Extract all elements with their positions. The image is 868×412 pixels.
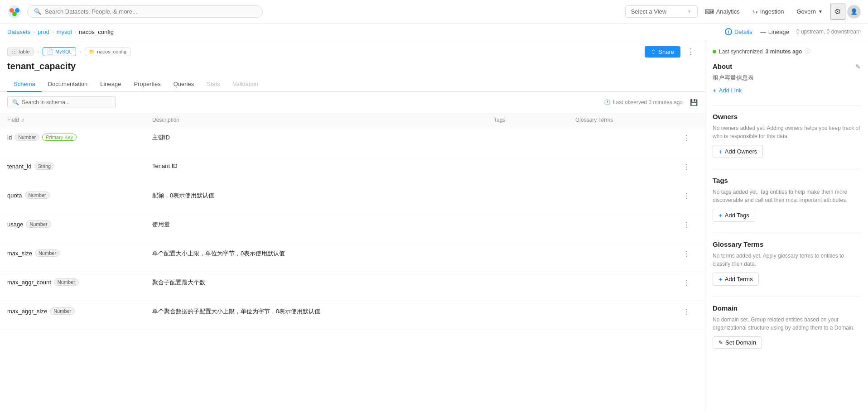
domain-empty-text: No domain set. Group related entities ba… [713, 316, 861, 332]
search-bar[interactable]: 🔍 [27, 5, 263, 18]
breadcrumb-mysql[interactable]: mysql [57, 29, 72, 35]
description-cell: 使用量 [152, 220, 494, 229]
actions-cell: ⋮ [675, 134, 698, 142]
analytics-button[interactable]: ⌨ Analytics [699, 5, 745, 18]
ingestion-button[interactable]: ↪ Ingestion [747, 5, 790, 18]
add-link-button[interactable]: + Add Link [713, 86, 742, 94]
owners-header: Owners [713, 113, 861, 120]
add-owners-button[interactable]: + Add Owners [713, 145, 763, 158]
row-menu-button[interactable]: ⋮ [681, 249, 692, 258]
col-description: Description [152, 117, 494, 123]
breadcrumb-actions: i Details ⸻ Lineage 0 upstream, 0 downst… [725, 28, 861, 35]
description-cell: 单个配置大小上限，单位为字节，0表示使用默认值 [152, 249, 494, 258]
logo-icon[interactable] [7, 5, 22, 19]
row-menu-button[interactable]: ⋮ [681, 307, 692, 316]
tags-section: Tags No tags added yet. Tag entities to … [713, 177, 861, 222]
breadcrumb-datasets[interactable]: Datasets [7, 29, 30, 35]
breadcrumb-prod[interactable]: prod [38, 29, 49, 35]
sort-icon: ⇵ [21, 118, 24, 123]
tab-queries[interactable]: Queries [167, 77, 201, 92]
type-badge: Number [54, 278, 79, 286]
set-domain-button[interactable]: ✎ Set Domain [713, 336, 762, 349]
govern-label: Govern [796, 8, 816, 15]
settings-button[interactable]: ⚙ [830, 4, 845, 19]
tab-schema[interactable]: Schema [7, 77, 42, 92]
table-row: max_aggr_size Number 单个聚合数据的子配置大小上限，单位为字… [0, 301, 705, 330]
actions-cell: ⋮ [675, 249, 698, 258]
actions-cell: ⋮ [675, 278, 698, 287]
sync-indicator [713, 50, 716, 53]
mysql-icon: 📄 [47, 48, 53, 55]
add-tags-button[interactable]: + Add Tags [713, 209, 755, 222]
description-cell: 聚合子配置最大个数 [152, 278, 494, 287]
panel-divider-4 [713, 297, 861, 297]
table-tag[interactable]: ☷ Table [7, 48, 34, 56]
col-glossary: Glossary Terms [575, 117, 675, 123]
breadcrumb-arrow-2: › [80, 49, 82, 54]
more-options-button[interactable]: ⋮ [684, 46, 698, 57]
actions-cell: ⋮ [675, 192, 698, 200]
plus-icon: + [713, 86, 717, 94]
edit-icon[interactable]: ✎ [855, 63, 861, 70]
field-name: max_aggr_count [7, 279, 51, 286]
mysql-tag[interactable]: 📄 MySQL [43, 47, 76, 56]
field-name: tenant_id [7, 163, 32, 170]
panel-divider-1 [713, 105, 861, 105]
details-button[interactable]: i Details [725, 28, 752, 35]
schema-search-input[interactable] [22, 99, 111, 105]
export-icon[interactable]: 💾 [690, 99, 698, 106]
type-badge: String [34, 163, 55, 170]
field-name: usage [7, 221, 23, 228]
breadcrumb-arrow: › [37, 49, 39, 54]
tab-documentation[interactable]: Documentation [42, 77, 94, 92]
field-cell-max-aggr-count: max_aggr_count Number [7, 278, 152, 286]
gear-icon: ⚙ [834, 8, 841, 15]
about-section: Owners About ✎ 租户容量信息表 + Add Link [713, 62, 861, 94]
select-view-dropdown[interactable]: Select a View ▼ [625, 5, 698, 18]
description-cell: 主键ID [152, 134, 494, 142]
schema-tabs: Schema Documentation Lineage Properties … [0, 77, 705, 92]
row-menu-button[interactable]: ⋮ [681, 163, 692, 171]
plus-icon: + [719, 211, 723, 219]
search-icon-small: 🔍 [12, 99, 19, 105]
ingestion-icon: ↪ [752, 8, 758, 15]
row-menu-button[interactable]: ⋮ [681, 220, 692, 229]
avatar-icon: 👤 [850, 8, 858, 15]
tab-stats: Stats [200, 77, 227, 92]
right-panel: Last synchronized 3 minutes ago ⓘ Owners… [705, 40, 868, 410]
share-button[interactable]: ⇧ Share [645, 46, 680, 57]
nacos-icon: 📁 [89, 49, 95, 55]
search-input[interactable] [45, 8, 256, 15]
field-cell-id: id Number Primary Key [7, 134, 152, 141]
sync-info-icon: ⓘ [805, 48, 810, 55]
glossary-empty-text: No terms added yet. Apply glossary terms… [713, 252, 861, 268]
entity-title: tenant_capacity [7, 61, 698, 77]
breadcrumb-sep-2: › [52, 29, 54, 34]
sync-status: Last synchronized 3 minutes ago ⓘ [713, 48, 861, 55]
primary-key-badge: Primary Key [42, 134, 77, 141]
svg-point-3 [12, 12, 17, 16]
row-menu-button[interactable]: ⋮ [681, 192, 692, 200]
nacos-tag[interactable]: 📁 nacos_config [85, 48, 130, 56]
type-badge: Number [25, 192, 50, 199]
row-menu-button[interactable]: ⋮ [681, 134, 692, 142]
lineage-button[interactable]: ⸻ Lineage [760, 28, 789, 35]
schema-search[interactable]: 🔍 [7, 96, 116, 108]
header-actions: ⇧ Share ⋮ [645, 46, 698, 57]
field-cell-tenant-id: tenant_id String [7, 163, 152, 170]
tags-title: Tags [713, 177, 728, 184]
breadcrumb-current: nacos_config [79, 29, 114, 35]
add-terms-button[interactable]: + Add Terms [713, 273, 759, 286]
field-name: quota [7, 192, 22, 199]
owners-empty-text: No owners added yet. Adding owners helps… [713, 124, 861, 140]
tab-properties[interactable]: Properties [127, 77, 167, 92]
domain-section: Domain No domain set. Group related enti… [713, 304, 861, 349]
row-menu-button[interactable]: ⋮ [681, 278, 692, 287]
info-icon: i [725, 28, 732, 35]
tab-lineage[interactable]: Lineage [94, 77, 127, 92]
govern-button[interactable]: Govern ▼ [791, 5, 828, 18]
tags-header: Tags [713, 177, 861, 184]
avatar[interactable]: 👤 [847, 5, 861, 19]
top-navigation: 🔍 Select a View ▼ ⌨ Analytics ↪ Ingestio… [0, 0, 868, 24]
glossary-section: Glossary Terms No terms added yet. Apply… [713, 240, 861, 286]
